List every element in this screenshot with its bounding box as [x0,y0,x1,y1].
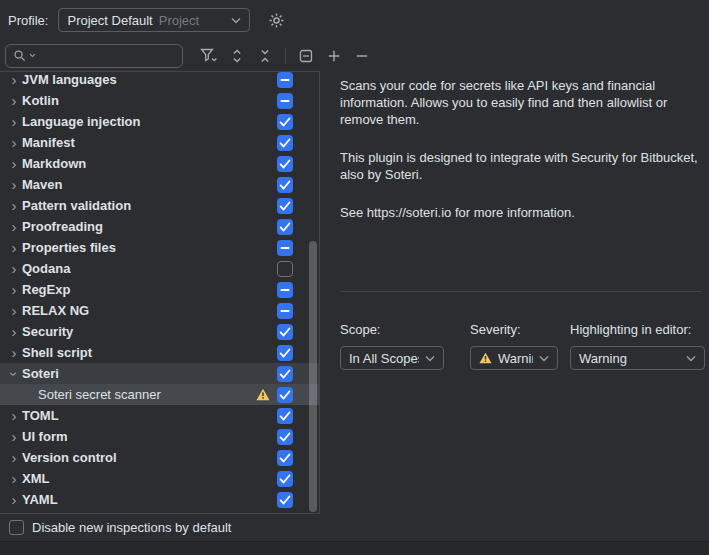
tree-row[interactable]: ›Proofreading [0,216,319,237]
tree-row[interactable]: ›UI form [0,426,319,447]
tree-row-checkbox[interactable] [277,471,293,487]
tree-row[interactable]: ›Manifest [0,132,319,153]
chevron-collapsed-icon[interactable]: › [6,492,22,508]
footer-row: Disable new inspections by default [0,514,709,541]
tree-row-label: Maven [22,177,62,192]
tree-row-checkbox[interactable] [277,114,293,130]
add-icon[interactable] [322,44,346,68]
tree-row-checkbox[interactable] [277,450,293,466]
tree-row[interactable]: ›Maven [0,174,319,195]
tree-row-checkbox[interactable] [277,198,293,214]
chevron-collapsed-icon[interactable]: › [6,135,22,151]
disable-new-inspections-checkbox[interactable] [9,520,24,535]
tree-row[interactable]: ›Markdown [0,153,319,174]
tree-row[interactable]: ›Version control [0,447,319,468]
profile-dropdown[interactable]: Project Default Project [58,8,250,32]
tree-row-checkbox[interactable] [277,219,293,235]
tree-row-label: UI form [22,429,68,444]
inspections-tree: ›JVM languages›Kotlin›Language injection… [0,71,320,514]
tree-row-checkbox[interactable] [277,93,293,109]
tree-row-label: Manifest [22,135,75,150]
tree-row[interactable]: ›Shell script [0,342,319,363]
tree-row-checkbox[interactable] [277,492,293,508]
chevron-down-icon [539,355,549,362]
scope-label: Scope: [340,322,444,337]
gear-icon[interactable] [264,8,288,32]
chevron-collapsed-icon[interactable]: › [6,72,22,88]
tree-row-checkbox[interactable] [277,72,293,88]
tree-row-label: Soteri secret scanner [38,387,161,402]
tree-row-checkbox[interactable] [277,408,293,424]
chevron-collapsed-icon[interactable]: › [6,261,22,277]
profile-dropdown-suffix: Project [159,13,199,28]
tree-row-checkbox[interactable] [277,303,293,319]
chevron-collapsed-icon[interactable]: › [6,345,22,361]
highlighting-dropdown[interactable]: Warning [570,346,705,370]
scrollbar-thumb[interactable] [309,241,317,512]
search-input[interactable] [5,44,183,68]
tree-row-label: RegExp [22,282,70,297]
chevron-down-icon [231,17,241,24]
scope-dropdown-value: In All Scopes [349,351,419,366]
option-controls: Scope: In All Scopes Severity: Wa [340,322,702,370]
remove-icon[interactable] [350,44,374,68]
tree-row-checkbox[interactable] [277,240,293,256]
tree-row-checkbox[interactable] [277,429,293,445]
tree-row-label: XML [22,471,49,486]
chevron-expanded-icon[interactable]: › [6,366,22,382]
tree-row[interactable]: ›YAML [0,489,319,510]
chevron-collapsed-icon[interactable]: › [6,408,22,424]
chevron-collapsed-icon[interactable]: › [6,450,22,466]
severity-label: Severity: [470,322,558,337]
tree-row-label: YAML [22,492,58,507]
chevron-collapsed-icon[interactable]: › [6,471,22,487]
inspections-settings-page: Profile: Project Default Project [0,0,709,555]
tree-row-label: Markdown [22,156,86,171]
tree-row[interactable]: ›Soteri [0,363,319,384]
scope-dropdown[interactable]: In All Scopes [340,346,444,370]
tree-row[interactable]: ›RegExp [0,279,319,300]
tree-row[interactable]: ›XML [0,468,319,489]
tree-row[interactable]: ›TOML [0,405,319,426]
tree-row-checkbox[interactable] [277,177,293,193]
tree-row[interactable]: ›RELAX NG [0,300,319,321]
tree-row-checkbox[interactable] [277,282,293,298]
tree-row-checkbox[interactable] [277,366,293,382]
tree-row-checkbox[interactable] [277,156,293,172]
tree-row-label: JVM languages [22,72,117,87]
tree-row-label: Proofreading [22,219,103,234]
chevron-collapsed-icon[interactable]: › [6,282,22,298]
tree-row[interactable]: ›Qodana [0,258,319,279]
severity-dropdown[interactable]: Warning [470,346,558,370]
highlighting-label: Highlighting in editor: [570,322,705,337]
chevron-collapsed-icon[interactable]: › [6,198,22,214]
tree-row[interactable]: ›Properties files [0,237,319,258]
chevron-collapsed-icon[interactable]: › [6,429,22,445]
tree-row[interactable]: ›Kotlin [0,90,319,111]
tree-row-checkbox[interactable] [277,387,293,403]
filter-icon[interactable] [197,44,221,68]
chevron-collapsed-icon[interactable]: › [6,219,22,235]
tree-row[interactable]: ›Security [0,321,319,342]
tree-row[interactable]: ›Language injection [0,111,319,132]
chevron-collapsed-icon[interactable]: › [6,240,22,256]
tree-row[interactable]: Soteri secret scanner [0,384,319,405]
tree-row[interactable]: ›JVM languages [0,71,319,90]
square-minus-icon[interactable] [294,44,318,68]
chevron-collapsed-icon[interactable]: › [6,324,22,340]
chevron-collapsed-icon[interactable]: › [6,177,22,193]
tree-row[interactable]: ›Pattern validation [0,195,319,216]
chevron-collapsed-icon[interactable]: › [6,93,22,109]
tree-row-checkbox[interactable] [277,261,293,277]
chevron-collapsed-icon[interactable]: › [6,156,22,172]
expand-all-icon[interactable] [225,44,249,68]
tree-row-checkbox[interactable] [277,345,293,361]
search-icon [13,49,26,62]
tree-row-checkbox[interactable] [277,135,293,151]
tree-row-checkbox[interactable] [277,324,293,340]
search-history-chevron-icon[interactable] [29,53,36,58]
chevron-collapsed-icon[interactable]: › [6,303,22,319]
collapse-all-icon[interactable] [253,44,277,68]
chevron-collapsed-icon[interactable]: › [6,114,22,130]
tree-row-label: Pattern validation [22,198,131,213]
